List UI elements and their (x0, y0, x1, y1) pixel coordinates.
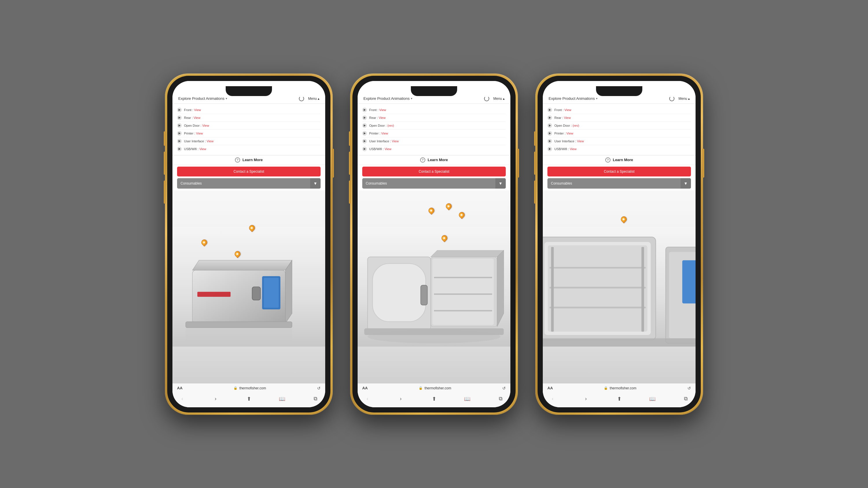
share-btn-1[interactable]: ⬆ (244, 396, 254, 402)
play-usb-3[interactable] (548, 147, 552, 151)
learn-more-btn-3[interactable]: Learn More (613, 158, 633, 162)
svg-point-22 (368, 330, 500, 343)
consumables-row-3[interactable]: Consumables ▼ (548, 178, 691, 189)
consumables-chevron-3[interactable]: ▼ (681, 178, 691, 189)
menu-item-front-1[interactable]: Front : View (177, 106, 320, 114)
svg-rect-19 (434, 293, 492, 295)
aa-text-2[interactable]: AA (362, 386, 368, 390)
top-bar-icons-3: Menu ▴ (669, 96, 690, 101)
svg-rect-34 (682, 260, 695, 303)
refresh-icon-2[interactable] (484, 96, 489, 101)
consumables-chevron-1[interactable]: ▼ (310, 178, 320, 189)
aa-text-3[interactable]: AA (548, 386, 553, 390)
menu-item-front-2[interactable]: Front : View (362, 106, 506, 114)
learn-more-btn-2[interactable]: Learn More (428, 158, 448, 162)
menu-item-rear-3[interactable]: Rear : View (548, 114, 691, 122)
consumables-label-3: Consumables (548, 179, 681, 188)
play-door-2[interactable] (362, 123, 367, 128)
svg-rect-20 (434, 310, 492, 311)
share-btn-3[interactable]: ⬆ (614, 396, 624, 402)
menu-panel-3: Front : View Rear : View Open Door : (re… (543, 104, 695, 155)
product-svg-1 (173, 190, 325, 383)
menu-button-3[interactable]: Menu ▴ (679, 97, 690, 101)
menu-item-printer-2[interactable]: Printer : View (362, 130, 506, 137)
play-rear-2[interactable] (362, 116, 367, 120)
play-rear-1[interactable] (177, 116, 182, 120)
contact-specialist-btn-3[interactable]: Contact a Specialist (548, 167, 691, 176)
play-printer-1[interactable] (177, 131, 182, 136)
bookmarks-btn-2[interactable]: 📖 (462, 396, 472, 402)
menu-item-rear-2[interactable]: Rear : View (362, 114, 506, 122)
nav-bar-2: ‹ › ⬆ 📖 ⧉ (358, 394, 510, 407)
svg-marker-2 (192, 260, 292, 270)
pin-2b (446, 203, 452, 209)
menu-item-usb-1[interactable]: USB/Wifi : View (177, 145, 320, 153)
play-usb-2[interactable] (362, 147, 367, 151)
play-ui-1[interactable] (177, 139, 182, 143)
reload-icon-1[interactable]: ↺ (317, 386, 320, 391)
refresh-icon-3[interactable] (669, 96, 675, 101)
play-front-1[interactable] (177, 108, 182, 112)
back-btn-2[interactable]: ‹ (362, 396, 373, 402)
back-btn-3[interactable]: ‹ (548, 396, 558, 402)
bookmarks-btn-3[interactable]: 📖 (647, 396, 658, 402)
reload-icon-2[interactable]: ↺ (502, 386, 506, 391)
menu-item-ui-3[interactable]: User Interface : View (548, 137, 691, 145)
forward-btn-2[interactable]: › (396, 396, 406, 402)
menu-item-printer-3[interactable]: Printer : View (548, 130, 691, 137)
play-ui-3[interactable] (548, 139, 552, 143)
learn-more-row-1: ? Learn More (173, 155, 325, 165)
explore-title-2[interactable]: Explore Product Animations ▾ (363, 96, 412, 101)
pin-3a (621, 216, 627, 222)
tabs-btn-3[interactable]: ⧉ (681, 396, 691, 402)
menu-item-door-3[interactable]: Open Door : (rev) (548, 122, 691, 130)
aa-text-1[interactable]: AA (177, 386, 183, 390)
menu-item-ui-1[interactable]: User Interface : View (177, 137, 320, 145)
back-btn-1[interactable]: ‹ (177, 396, 187, 402)
learn-more-btn-1[interactable]: Learn More (243, 158, 263, 162)
phone-2: Explore Product Animations ▾ Menu ▴ (350, 73, 518, 415)
explore-title-1[interactable]: Explore Product Animations ▾ (178, 96, 227, 101)
forward-btn-1[interactable]: › (210, 396, 221, 402)
pin-2c (459, 212, 465, 218)
consumables-row-2[interactable]: Consumables ▼ (362, 178, 506, 189)
tabs-btn-2[interactable]: ⧉ (495, 396, 506, 402)
svg-rect-18 (434, 277, 492, 278)
play-front-3[interactable] (548, 108, 552, 112)
bookmarks-btn-1[interactable]: 📖 (277, 396, 287, 402)
share-btn-2[interactable]: ⬆ (429, 396, 439, 402)
menu-button-1[interactable]: Menu ▴ (308, 97, 319, 101)
menu-item-printer-1[interactable]: Printer : View (177, 130, 320, 137)
learn-more-row-2: ? Learn More (358, 155, 510, 165)
svg-rect-28 (550, 287, 646, 288)
tabs-btn-1[interactable]: ⧉ (310, 396, 320, 402)
phone-3: Explore Product Animations ▾ Menu ▴ (535, 73, 703, 415)
phone-1: Explore Product Animations ▾ Menu ▴ (165, 73, 333, 415)
menu-item-usb-3[interactable]: USB/Wifi : View (548, 145, 691, 153)
url-bar-3: 🔒 thermofisher.com (553, 386, 687, 390)
play-front-2[interactable] (362, 108, 367, 112)
menu-item-usb-2[interactable]: USB/Wifi : View (362, 145, 506, 153)
menu-item-front-3[interactable]: Front : View (548, 106, 691, 114)
menu-item-door-1[interactable]: Open Door : View (177, 122, 320, 130)
contact-specialist-btn-2[interactable]: Contact a Specialist (362, 167, 506, 176)
play-usb-1[interactable] (177, 147, 182, 151)
forward-btn-3[interactable]: › (581, 396, 591, 402)
menu-item-ui-2[interactable]: User Interface : View (362, 137, 506, 145)
menu-item-door-2[interactable]: Open Door : (rev) (362, 122, 506, 130)
explore-title-3[interactable]: Explore Product Animations ▾ (549, 96, 597, 101)
nav-bar-3: ‹ › ⬆ 📖 ⧉ (543, 394, 695, 407)
contact-specialist-btn-1[interactable]: Contact a Specialist (177, 167, 320, 176)
play-printer-3[interactable] (548, 131, 552, 136)
play-rear-3[interactable] (548, 116, 552, 120)
play-printer-2[interactable] (362, 131, 367, 136)
play-ui-2[interactable] (362, 139, 367, 143)
play-door-3[interactable] (548, 123, 552, 128)
menu-button-2[interactable]: Menu ▴ (493, 97, 505, 101)
consumables-chevron-2[interactable]: ▼ (495, 178, 506, 189)
play-door-1[interactable] (177, 123, 182, 128)
consumables-row-1[interactable]: Consumables ▼ (177, 178, 320, 189)
menu-item-rear-1[interactable]: Rear : View (177, 114, 320, 122)
reload-icon-3[interactable]: ↺ (687, 386, 691, 391)
refresh-icon-1[interactable] (299, 96, 304, 101)
